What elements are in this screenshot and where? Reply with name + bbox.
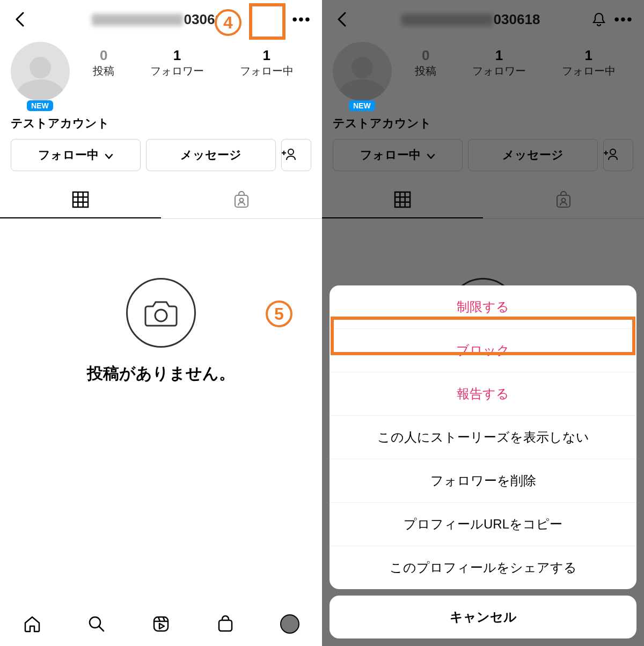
sheet-share-profile[interactable]: このプロフィールをシェアする: [330, 546, 636, 589]
new-badge: NEW: [27, 100, 53, 111]
tab-grid[interactable]: [322, 182, 483, 218]
tagged-icon: [232, 191, 251, 209]
bell-icon: [591, 11, 607, 27]
message-button[interactable]: メッセージ: [468, 139, 598, 171]
stat-posts[interactable]: 0 投稿: [415, 47, 436, 78]
more-button[interactable]: •••: [292, 10, 311, 29]
highlight-block-row: [331, 317, 635, 355]
svg-rect-3: [73, 192, 88, 207]
more-icon: •••: [614, 12, 633, 27]
stat-following-label: フォロー中: [240, 64, 294, 78]
add-user-icon: [604, 147, 619, 162]
profile-username: 030618: [357, 11, 584, 28]
stat-posts-label: 投稿: [93, 64, 114, 78]
profile-avatar[interactable]: [333, 42, 392, 101]
svg-point-28: [562, 199, 566, 202]
stat-followers[interactable]: 1 フォロワー: [150, 47, 204, 78]
grid-icon: [393, 190, 412, 209]
follow-button[interactable]: フォロー中: [11, 139, 141, 171]
message-button-label: メッセージ: [180, 148, 241, 162]
follow-button[interactable]: フォロー中: [333, 139, 463, 171]
more-button[interactable]: •••: [614, 10, 633, 29]
stat-followers-label: フォロワー: [472, 64, 526, 78]
sheet-remove-follower[interactable]: フォロワーを削除: [330, 459, 636, 503]
stat-posts[interactable]: 0 投稿: [93, 47, 114, 78]
svg-point-0: [288, 149, 294, 155]
svg-rect-8: [235, 195, 248, 207]
stat-following[interactable]: 1 フォロー中: [562, 47, 616, 78]
stat-posts-value: 0: [415, 47, 436, 64]
home-icon: [23, 615, 41, 633]
stat-followers[interactable]: 1 フォロワー: [472, 47, 526, 78]
follow-button-label: フォロー中: [360, 148, 421, 162]
svg-rect-18: [219, 620, 232, 631]
grid-icon: [71, 190, 90, 209]
add-user-icon: [282, 147, 297, 162]
empty-camera-icon: [126, 278, 196, 348]
nav-home[interactable]: [22, 614, 42, 634]
stat-posts-label: 投稿: [415, 64, 436, 78]
svg-point-9: [240, 199, 244, 202]
suggest-button[interactable]: [281, 139, 311, 171]
sheet-report[interactable]: 報告する: [330, 372, 636, 416]
nav-profile[interactable]: [280, 614, 300, 634]
back-button[interactable]: [11, 10, 30, 29]
svg-point-19: [610, 149, 616, 155]
callout-step4: 4: [215, 9, 241, 36]
stat-following-value: 1: [562, 47, 616, 64]
display-name: テストアカウント: [0, 111, 322, 139]
nav-reels[interactable]: [151, 614, 171, 634]
callout-step5: 5: [266, 300, 292, 327]
search-icon: [87, 615, 106, 633]
shop-icon: [216, 615, 235, 633]
avatar-icon: [280, 614, 299, 634]
back-button[interactable]: [333, 10, 352, 29]
highlight-more-button: [249, 3, 286, 40]
svg-point-11: [90, 617, 100, 628]
svg-rect-22: [395, 192, 410, 207]
tab-tagged[interactable]: [161, 182, 322, 218]
more-icon: •••: [292, 12, 311, 27]
tagged-icon: [554, 191, 573, 209]
empty-text: 投稿がありません。: [0, 363, 322, 385]
display-name: テストアカウント: [322, 111, 644, 139]
profile-avatar[interactable]: [11, 42, 70, 101]
tab-tagged[interactable]: [483, 182, 644, 218]
message-button-label: メッセージ: [502, 148, 564, 162]
suggest-button[interactable]: [603, 139, 633, 171]
svg-point-10: [155, 310, 167, 321]
stat-followers-value: 1: [150, 47, 204, 64]
stat-following-label: フォロー中: [562, 64, 616, 78]
new-badge: NEW: [349, 100, 375, 111]
chevron-down-icon: [105, 153, 113, 160]
stat-followers-value: 1: [472, 47, 526, 64]
svg-rect-27: [557, 195, 570, 207]
svg-line-12: [99, 627, 104, 631]
nav-shop[interactable]: [215, 614, 236, 634]
notifications-button[interactable]: [589, 10, 609, 29]
follow-button-label: フォロー中: [38, 148, 99, 162]
sheet-copy-url[interactable]: プロフィールURLをコピー: [330, 503, 636, 546]
chevron-down-icon: [427, 153, 435, 160]
sheet-hide-story[interactable]: この人にストーリーズを表示しない: [330, 416, 636, 459]
stat-followers-label: フォロワー: [150, 64, 204, 78]
tab-grid[interactable]: [0, 182, 161, 218]
stat-posts-value: 0: [93, 47, 114, 64]
stat-following[interactable]: 1 フォロー中: [240, 47, 294, 78]
reels-icon: [152, 615, 170, 633]
nav-search[interactable]: [86, 614, 107, 634]
message-button[interactable]: メッセージ: [146, 139, 276, 171]
sheet-cancel[interactable]: キャンセル: [330, 596, 636, 638]
stat-following-value: 1: [240, 47, 294, 64]
svg-marker-17: [159, 623, 164, 629]
username-suffix: 030618: [494, 11, 540, 27]
